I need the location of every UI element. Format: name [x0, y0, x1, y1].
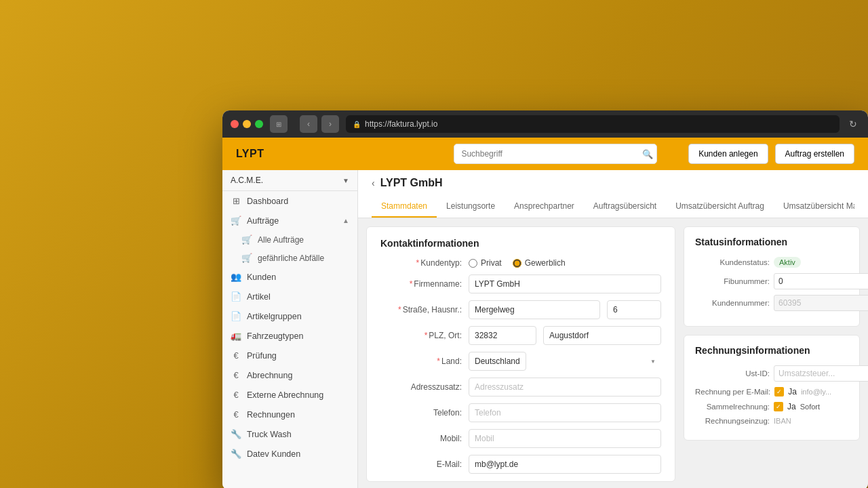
close-traffic-light[interactable] — [231, 120, 239, 128]
kundennummer-label: Kundennummer: — [695, 299, 770, 307]
pruefung-label: Prüfung — [247, 351, 277, 361]
page-back-title: ‹ LYPT GmbH — [372, 177, 854, 189]
reload-button[interactable]: ↻ — [846, 119, 860, 129]
ort-input[interactable] — [543, 326, 661, 345]
page-title: LYPT GmbH — [380, 177, 443, 189]
sidebar-item-dashboard[interactable]: ⊞ Dashboard — [222, 191, 357, 211]
kundentyp-gewerblich-radio[interactable] — [513, 259, 521, 268]
kundennummer-input — [774, 295, 868, 311]
nav-actions: Kunden anlegen Auftrag erstellen — [688, 144, 854, 164]
plz-input[interactable] — [469, 326, 536, 345]
app-logo: LYPT — [236, 148, 264, 160]
adresszusatz-row: Adresszusatz: — [380, 378, 661, 396]
browser-window: ⊞ ‹ › 🔒 https://faktura.lypt.io ↻ LYPT 🔍 — [222, 110, 868, 488]
auftraege-left: 🛒 Aufträge — [231, 216, 279, 226]
browser-nav-controls: ‹ › — [300, 115, 339, 133]
telefon-row: Telefon: — [380, 403, 661, 422]
sidebar-item-externe-abrechnung[interactable]: € Externe Abrechnung — [222, 385, 357, 405]
tab-stammdaten[interactable]: Stammdaten — [372, 196, 437, 218]
search-input[interactable] — [454, 144, 657, 164]
rechnung-email-checkbox[interactable]: ✓ — [774, 387, 784, 396]
statusinformationen-title: Statusinformationen — [695, 237, 848, 247]
truck-wash-label: Truck Wash — [247, 430, 292, 439]
hausnr-input[interactable] — [607, 300, 661, 319]
ust-id-input[interactable] — [774, 365, 868, 382]
sidebar-item-fahrzeugtypen[interactable]: 🚛 Fahrzeugtypen — [222, 326, 357, 346]
sidebar-item-kunden[interactable]: 👥 Kunden — [222, 267, 357, 287]
sammelrechnung-row: Sammelrechnung: ✓ Ja Sofort — [695, 402, 848, 411]
fibunummer-label: Fibunummer: — [695, 277, 770, 285]
kundentyp-gewerblich-label[interactable]: Gewerblich — [513, 258, 566, 268]
fahrzeugtypen-icon: 🚛 — [231, 331, 241, 341]
tab-umsatzuebersicht-material[interactable]: Umsatzübersicht Material — [774, 196, 854, 218]
land-label: Land: — [380, 357, 462, 366]
sidebar-item-label: Dashboard — [247, 197, 288, 206]
kunden-anlegen-button[interactable]: Kunden anlegen — [688, 144, 768, 164]
strasse-input[interactable] — [469, 300, 600, 319]
kundennummer-row: Kundennummer: — [695, 295, 848, 311]
address-bar[interactable]: 🔒 https://faktura.lypt.io — [346, 115, 840, 133]
page-content: ‹ LYPT GmbH Stammdaten Leistungsorte Ans… — [358, 170, 868, 488]
sammelrechnung-ja: Ja — [787, 402, 796, 411]
kundentyp-label: Kundentyp: — [380, 258, 462, 268]
email-input[interactable] — [469, 455, 661, 474]
sidebar-item-pruefung[interactable]: € Prüfung — [222, 346, 357, 365]
kundentyp-privat-label[interactable]: Privat — [469, 258, 502, 268]
abrechnung-label: Abrechnung — [247, 371, 292, 380]
tab-switcher-button[interactable]: ⊞ — [270, 115, 288, 133]
company-selector[interactable]: A.C.M.E. ▼ — [222, 170, 357, 191]
minimize-traffic-light[interactable] — [243, 120, 251, 128]
artikelgruppen-icon: 📄 — [231, 311, 241, 321]
strasse-row: Straße, Hausnr.: — [380, 300, 661, 319]
forward-button[interactable]: › — [321, 115, 339, 133]
sidebar-item-gefaehrliche-abfaelle[interactable]: 🛒 gefährliche Abfälle — [222, 249, 357, 267]
fibunummer-input[interactable] — [774, 273, 868, 289]
strasse-label: Straße, Hausnr.: — [380, 305, 462, 314]
back-arrow-icon[interactable]: ‹ — [372, 178, 375, 188]
auftrag-erstellen-button[interactable]: Auftrag erstellen — [775, 144, 854, 164]
sidebar-item-abrechnung[interactable]: € Abrechnung — [222, 365, 357, 385]
datev-kunden-label: Datev Kunden — [247, 449, 300, 459]
search-container: 🔍 — [454, 144, 657, 164]
panels-container: Kontaktinformationen Kundentyp: Privat — [358, 218, 868, 488]
kundentyp-privat-radio[interactable] — [469, 259, 477, 268]
sidebar-item-datev-kunden[interactable]: 🔧 Datev Kunden — [222, 444, 357, 464]
top-nav: LYPT 🔍 Kunden anlegen Auftrag erstellen — [222, 138, 868, 170]
firmenname-label: Firmenname: — [380, 279, 462, 289]
land-select[interactable]: Deutschland — [469, 352, 526, 371]
artikel-label: Artikel — [247, 292, 271, 302]
telefon-input[interactable] — [469, 403, 661, 422]
traffic-lights — [231, 120, 263, 128]
gefaehrliche-icon: 🛒 — [241, 253, 252, 263]
mobil-row: Mobil: — [380, 429, 661, 448]
tab-auftragsuebersicht[interactable]: Auftragsübersicht — [584, 196, 666, 218]
kunden-label: Kunden — [247, 272, 276, 282]
statusinformationen-card: Statusinformationen Kundenstatus: Aktiv … — [684, 226, 860, 327]
alle-auftraege-label: Alle Aufträge — [258, 235, 304, 245]
lock-icon: 🔒 — [353, 121, 361, 128]
rechnungseinzug-label: Rechnungseinzug: — [695, 417, 770, 425]
fibunummer-row: Fibunummer: — [695, 273, 848, 289]
sidebar-item-rechnungen[interactable]: € Rechnungen — [222, 405, 357, 424]
adresszusatz-input[interactable] — [469, 378, 661, 396]
sidebar-item-artikel[interactable]: 📄 Artikel — [222, 287, 357, 306]
sidebar-item-alle-auftraege[interactable]: 🛒 Alle Aufträge — [222, 230, 357, 249]
dashboard-icon: ⊞ — [231, 196, 241, 206]
back-button[interactable]: ‹ — [300, 115, 317, 133]
maximize-traffic-light[interactable] — [255, 120, 263, 128]
sidebar-item-truck-wash[interactable]: 🔧 Truck Wash — [222, 424, 357, 444]
search-icon[interactable]: 🔍 — [642, 149, 653, 159]
firmenname-input[interactable] — [469, 274, 661, 293]
kundenstatus-badge: Aktiv — [774, 257, 801, 268]
rechnungseinzug-row: Rechnungseinzug: IBAN — [695, 417, 848, 425]
tab-ansprechpartner[interactable]: Ansprechpartner — [505, 196, 584, 218]
telefon-label: Telefon: — [380, 408, 462, 418]
sidebar-item-artikelgruppen[interactable]: 📄 Artikelgruppen — [222, 306, 357, 326]
adresszusatz-label: Adresszusatz: — [380, 382, 462, 392]
tab-leistungsorte[interactable]: Leistungsorte — [437, 196, 505, 218]
mobil-input[interactable] — [469, 429, 661, 448]
company-name: A.C.M.E. — [231, 176, 263, 185]
sidebar-item-auftraege[interactable]: 🛒 Aufträge ▲ — [222, 211, 357, 230]
tab-umsatzuebersicht-auftrag[interactable]: Umsatzübersicht Auftrag — [666, 196, 774, 218]
sammelrechnung-checkbox[interactable]: ✓ — [774, 402, 783, 411]
